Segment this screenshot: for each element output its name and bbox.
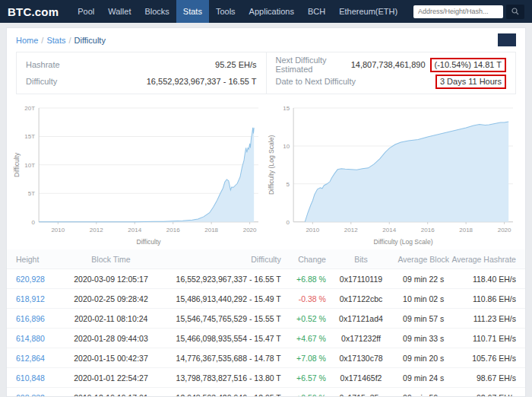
- stats-panel-right: Next Difficulty Estimated 14,807,738,461…: [266, 52, 516, 94]
- col-header-block-time: Block Time: [61, 255, 161, 264]
- cell-bits: 0x1715a35c: [326, 393, 396, 397]
- nav-item-tools[interactable]: Tools: [209, 0, 242, 23]
- svg-text:15T: 15T: [24, 133, 35, 140]
- date-to-next-highlight: 3 Days 11 Hours: [435, 75, 506, 89]
- date-to-next-row: Date to Next Difficulty 3 Days 11 Hours: [276, 73, 507, 90]
- table-row: 620,9282020-03-09 12:05:1716,552,923,967…: [7, 269, 525, 289]
- cell-block-time: 2020-01-28 09:44:03: [61, 334, 161, 343]
- svg-text:Difficulty (Log Scale): Difficulty (Log Scale): [374, 238, 433, 246]
- cell-change: +6.57 %: [281, 373, 326, 383]
- next-difficulty-values: 14,807,738,461,890 (-10.54%) 14.81 T: [351, 58, 506, 72]
- hashrate-row: Hashrate 95.25 EH/s: [26, 56, 257, 73]
- svg-text:2016: 2016: [166, 227, 180, 233]
- search-button[interactable]: [506, 5, 524, 19]
- breadcrumb-item-difficulty[interactable]: Difficulty: [74, 36, 106, 45]
- cell-block-time: 2020-01-15 00:42:37: [61, 354, 161, 363]
- svg-text:Difficulty (Log Scale): Difficulty (Log Scale): [268, 135, 275, 195]
- nav-items: PoolWalletBlocksStatsToolsApplicationsBC…: [71, 0, 404, 23]
- hashrate-label: Hashrate: [26, 60, 60, 69]
- difficulty-label: Difficulty: [26, 77, 57, 86]
- cell-difficulty: 12,948,593,420,946 - 12.95 T: [161, 393, 281, 397]
- block-height-link[interactable]: 610,848: [16, 373, 61, 383]
- cell-avg-block: 09 min 33 s: [396, 334, 451, 343]
- block-height-link[interactable]: 620,928: [16, 275, 61, 284]
- cell-avg-hashrate: 110.71 EH/s: [451, 334, 516, 343]
- cell-avg-block: 09 min 24 s: [396, 373, 451, 383]
- search-icon: [511, 8, 519, 15]
- breadcrumb-item-stats[interactable]: Stats: [46, 36, 65, 45]
- nav-item-ethereum-eth[interactable]: Ethereum(ETH): [332, 0, 404, 23]
- nav-item-bch[interactable]: BCH: [301, 0, 332, 23]
- cell-change: +0.56 %: [281, 393, 326, 397]
- col-header-average-block: Average Block: [396, 255, 451, 264]
- col-header-average-hashrate: Average Hashrate: [451, 255, 516, 264]
- corner-badge: [498, 33, 516, 46]
- main-content: Home/Stats/Difficulty Hashrate 95.25 EH/…: [6, 27, 526, 397]
- date-to-next-label: Date to Next Difficulty: [276, 77, 356, 86]
- svg-text:0: 0: [32, 219, 36, 226]
- nav-item-applications[interactable]: Applications: [242, 0, 301, 23]
- cell-avg-hashrate: 98.67 EH/s: [451, 373, 516, 383]
- logo[interactable]: BTC.com: [8, 5, 59, 18]
- cell-difficulty: 13,798,783,827,516 - 13.80 T: [161, 373, 281, 383]
- cell-block-time: 2020-03-09 12:05:17: [61, 275, 161, 284]
- table-row: 610,8482020-01-01 22:54:2713,798,783,827…: [7, 368, 525, 388]
- col-header-bits: Bits: [326, 255, 396, 264]
- hashrate-value: 95.25 EH/s: [215, 60, 256, 69]
- difficulty-chart-box: 05T10T15T20T201020122014201620182020Diff…: [11, 102, 266, 248]
- svg-text:2018: 2018: [459, 227, 473, 233]
- cell-bits: 0x171465f2: [326, 373, 396, 383]
- block-height-link[interactable]: 608,832: [16, 393, 61, 397]
- svg-text:20T: 20T: [24, 105, 35, 112]
- difficulty-row: Difficulty 16,552,923,967,337 - 16.55 T: [26, 73, 257, 90]
- difficulty-table: HeightBlock TimeDifficultyChangeBitsAver…: [7, 249, 525, 397]
- cell-difficulty: 15,466,098,935,554 - 15.47 T: [161, 334, 281, 343]
- col-header-change: Change: [281, 255, 326, 264]
- table-header: HeightBlock TimeDifficultyChangeBitsAver…: [7, 249, 525, 269]
- cell-bits: 0x17122cbc: [326, 294, 396, 303]
- svg-text:2018: 2018: [204, 227, 218, 233]
- block-height-link[interactable]: 618,912: [16, 294, 61, 303]
- difficulty-log-chart: 051015201020122014201620182020Difficulty…: [266, 102, 521, 248]
- table-row: 608,8322019-12-19 19:17:0112,948,593,420…: [7, 388, 525, 397]
- cell-change: +6.88 %: [281, 275, 326, 284]
- cell-avg-block: 10 min 02 s: [396, 294, 451, 303]
- cell-avg-hashrate: 110.86 EH/s: [451, 294, 516, 303]
- next-difficulty-value: 14,807,738,461,890: [351, 60, 426, 69]
- nav-item-stats[interactable]: Stats: [176, 0, 209, 23]
- cell-avg-block: 09 min 22 s: [396, 275, 451, 284]
- stats-panel-left: Hashrate 95.25 EH/s Difficulty 16,552,92…: [17, 52, 266, 94]
- block-height-link[interactable]: 614,880: [16, 334, 61, 343]
- nav-item-blocks[interactable]: Blocks: [138, 0, 176, 23]
- nav-item-pool[interactable]: Pool: [71, 0, 101, 23]
- svg-text:10: 10: [283, 143, 290, 150]
- svg-text:2016: 2016: [421, 227, 435, 233]
- cell-difficulty: 15,486,913,440,292 - 15.49 T: [161, 294, 281, 303]
- cell-difficulty: 16,552,923,967,337 - 16.55 T: [161, 275, 281, 284]
- svg-text:2020: 2020: [243, 227, 257, 233]
- next-difficulty-label: Next Difficulty Estimated: [276, 56, 351, 74]
- svg-text:15: 15: [283, 105, 290, 112]
- cell-block-time: 2020-02-11 08:10:24: [61, 314, 161, 323]
- col-header-difficulty: Difficulty: [161, 255, 281, 264]
- difficulty-value: 16,552,923,967,337 - 16.55 T: [147, 77, 257, 86]
- block-height-link[interactable]: 616,896: [16, 314, 61, 323]
- svg-text:2014: 2014: [382, 227, 396, 233]
- next-difficulty-row: Next Difficulty Estimated 14,807,738,461…: [276, 56, 507, 73]
- svg-text:Difficulty: Difficulty: [137, 238, 162, 246]
- cell-avg-hashrate: 92.67 EH/s: [451, 393, 516, 397]
- nav-item-wallet[interactable]: Wallet: [101, 0, 138, 23]
- cell-difficulty: 15,546,745,765,529 - 15.55 T: [161, 314, 281, 323]
- stats-row: Hashrate 95.25 EH/s Difficulty 16,552,92…: [16, 52, 516, 94]
- search-input[interactable]: [413, 5, 503, 18]
- svg-text:2010: 2010: [306, 227, 319, 233]
- charts-row: 05T10T15T20T201020122014201620182020Diff…: [7, 99, 525, 248]
- cell-change: -0.38 %: [281, 294, 326, 303]
- block-height-link[interactable]: 612,864: [16, 354, 61, 363]
- cell-difficulty: 14,776,367,535,688 - 14.78 T: [161, 354, 281, 363]
- breadcrumb-item-home[interactable]: Home: [16, 36, 38, 45]
- svg-text:5T: 5T: [28, 190, 35, 197]
- cell-change: +4.67 %: [281, 334, 326, 343]
- svg-text:5: 5: [287, 181, 290, 188]
- next-difficulty-highlight: (-10.54%) 14.81 T: [430, 58, 506, 72]
